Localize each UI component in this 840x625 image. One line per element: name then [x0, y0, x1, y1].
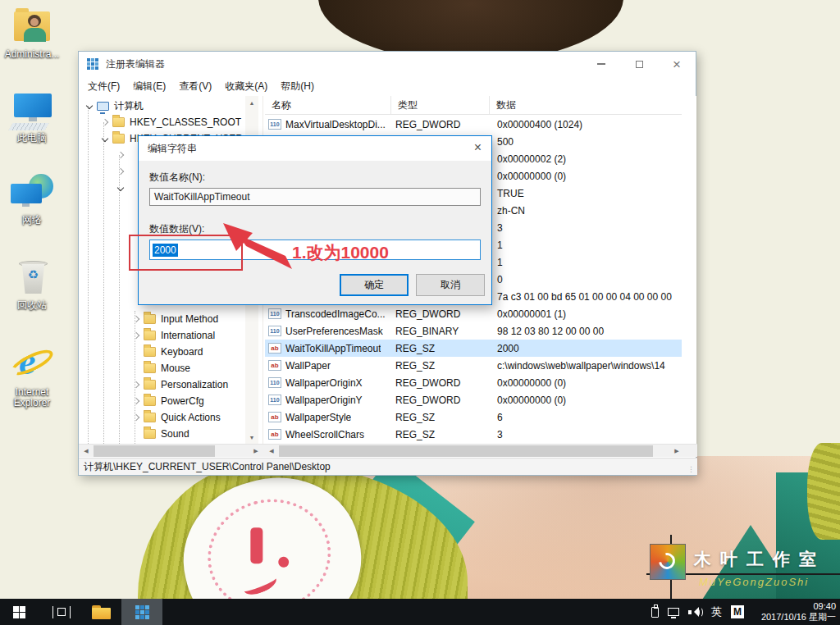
- value-name: TranscodedImageCo...: [285, 308, 386, 320]
- column-header-data[interactable]: 数据: [490, 96, 682, 115]
- tree-item[interactable]: Sound: [80, 426, 262, 442]
- tree-item-label: International: [161, 330, 215, 341]
- tree-item[interactable]: Mouse: [80, 360, 262, 376]
- expand-arrow-icon[interactable]: [133, 398, 139, 404]
- tree-item[interactable]: Quick Actions: [80, 409, 262, 426]
- value-data: 0x00000400 (1024): [490, 119, 682, 130]
- menu-item[interactable]: 文件(F): [81, 80, 126, 94]
- menu-item[interactable]: 查看(V): [172, 80, 218, 94]
- network-tray-icon[interactable]: [668, 608, 679, 616]
- desktop-icon-network[interactable]: 网络: [1, 172, 63, 226]
- scroll-right-icon[interactable]: ▶: [249, 445, 262, 458]
- value-type: REG_DWORD: [391, 119, 490, 130]
- resize-grip[interactable]: ⋮⋮: [687, 465, 696, 473]
- collapse-arrow-icon[interactable]: [117, 185, 124, 191]
- tree-item[interactable]: HKEY_CLASSES_ROOT: [80, 114, 262, 130]
- desktop-icon-recycle-bin[interactable]: ♻ 回收站: [1, 258, 63, 311]
- value-data: 2000: [490, 343, 682, 354]
- tree-hscroll-thumb[interactable]: [94, 445, 215, 457]
- value-name-field[interactable]: WaitToKillAppTimeout: [149, 188, 481, 206]
- desktop-icon-administrator[interactable]: Administra...: [1, 7, 63, 60]
- windows-logo-icon: [13, 606, 25, 618]
- registry-cube-icon: [135, 605, 139, 609]
- collapse-arrow-icon[interactable]: [102, 135, 108, 142]
- scroll-down-icon[interactable]: ▼: [245, 431, 258, 444]
- value-row[interactable]: 110UserPreferencesMaskREG_BINARY98 12 03…: [265, 322, 682, 340]
- reg-binary-icon: 110: [268, 326, 281, 336]
- value-row[interactable]: 110TranscodedImageCo...REG_DWORD0x000000…: [265, 305, 682, 322]
- tree-item-label: PowerCfg: [161, 395, 204, 407]
- value-row[interactable]: 110WallpaperOriginXREG_DWORD0x00000000 (…: [265, 374, 682, 391]
- expand-arrow-icon: [134, 349, 139, 354]
- expand-arrow-icon[interactable]: [133, 316, 139, 322]
- expand-arrow-icon[interactable]: [133, 332, 139, 339]
- value-name-cell: 110WallpaperOriginX: [265, 377, 391, 389]
- scroll-right-icon[interactable]: ▶: [670, 445, 683, 458]
- menu-item[interactable]: 编辑(E): [126, 80, 172, 94]
- system-tray: 英 M 09:40 2017/10/16 星期一: [651, 599, 838, 625]
- menu-item[interactable]: 收藏夹(A): [218, 80, 274, 94]
- value-name: WallPaper: [285, 360, 331, 372]
- value-row[interactable]: abWallpaperStyleREG_SZ6: [265, 408, 682, 426]
- value-row[interactable]: abWheelScrollCharsREG_SZ3: [265, 426, 682, 443]
- internet-explorer-icon: e: [1, 343, 63, 385]
- desktop-icon-internet-explorer[interactable]: e Internet Explorer: [1, 343, 63, 408]
- ime-mode-indicator[interactable]: M: [731, 605, 744, 618]
- value-name: WallpaperStyle: [285, 412, 351, 423]
- this-pc-icon: [1, 90, 63, 131]
- menu-item[interactable]: 帮助(H): [274, 80, 321, 94]
- annotation-arrow-icon: [215, 220, 297, 271]
- expand-arrow-icon[interactable]: [102, 119, 108, 125]
- list-hscroll-thumb[interactable]: [279, 445, 653, 457]
- expand-arrow-icon[interactable]: [117, 168, 124, 175]
- folder-icon: [144, 380, 156, 390]
- file-explorer-button[interactable]: [84, 599, 118, 625]
- scroll-left-icon[interactable]: ◀: [265, 445, 278, 458]
- folder-icon: [112, 117, 125, 127]
- scroll-up-icon[interactable]: ▲: [245, 96, 258, 109]
- tree-item[interactable]: Input Method: [80, 311, 262, 327]
- minimize-button[interactable]: [582, 52, 620, 76]
- usb-tray-icon[interactable]: [651, 607, 659, 618]
- desktop-icon-this-pc[interactable]: 此电脑: [1, 90, 63, 144]
- expand-arrow-icon[interactable]: [117, 152, 124, 158]
- volume-tray-icon[interactable]: [688, 607, 702, 618]
- task-view-icon: [52, 606, 71, 618]
- expand-arrow-icon[interactable]: [133, 381, 139, 388]
- tree-item[interactable]: PowerCfg: [80, 393, 262, 409]
- value-row-selected[interactable]: abWaitToKillAppTimeoutREG_SZ2000: [265, 340, 682, 357]
- tree-item[interactable]: Personalization: [80, 376, 262, 393]
- value-data: 98 12 03 80 12 00 00 00: [490, 326, 682, 337]
- value-name: WheelScrollChars: [285, 429, 364, 440]
- column-header-type[interactable]: 类型: [391, 96, 490, 115]
- ok-button[interactable]: 确定: [340, 274, 409, 296]
- reg-binary-icon: 110: [268, 377, 281, 388]
- value-data: TRUE: [490, 188, 682, 199]
- cancel-button[interactable]: 取消: [416, 274, 485, 296]
- tree-item[interactable]: 计算机: [80, 98, 262, 114]
- value-row[interactable]: abWallPaperREG_SZc:\windows\web\wallpape…: [265, 357, 682, 374]
- scroll-left-icon[interactable]: ◀: [80, 445, 93, 458]
- close-button[interactable]: ×: [658, 52, 696, 76]
- ime-language-indicator[interactable]: 英: [711, 604, 722, 619]
- dialog-title-bar[interactable]: 编辑字符串 ×: [139, 136, 491, 161]
- tree-item[interactable]: International: [80, 327, 262, 344]
- title-bar[interactable]: 注册表编辑器 ×: [79, 52, 696, 76]
- value-data: c:\windows\web\wallpaper\windows\14: [490, 360, 682, 372]
- value-row[interactable]: 110WallpaperOriginYREG_DWORD0x00000000 (…: [265, 391, 682, 408]
- column-header-name[interactable]: 名称: [265, 96, 391, 115]
- dialog-close-icon[interactable]: ×: [474, 140, 482, 155]
- tree-item[interactable]: Keyboard: [80, 344, 262, 360]
- expand-arrow-icon[interactable]: [133, 414, 139, 421]
- value-name: WaitToKillAppTimeout: [285, 343, 381, 354]
- start-button[interactable]: [0, 599, 38, 625]
- reg-sz-icon: ab: [268, 360, 281, 371]
- taskbar-clock[interactable]: 09:40 2017/10/16 星期一: [753, 601, 838, 623]
- maximize-button[interactable]: [620, 52, 658, 76]
- registry-editor-taskbar-button[interactable]: [121, 599, 162, 625]
- task-view-button[interactable]: [46, 599, 77, 625]
- value-row[interactable]: 110MaxVirtualDesktopDi...REG_DWORD0x0000…: [265, 116, 682, 133]
- desktop-icon-label: Administra...: [1, 49, 63, 60]
- value-name-cell: abWallPaper: [265, 360, 391, 372]
- collapse-arrow-icon[interactable]: [86, 103, 93, 109]
